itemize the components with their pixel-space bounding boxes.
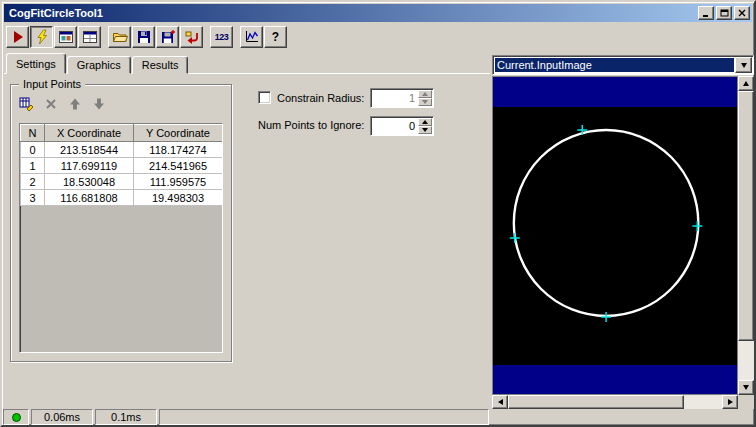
floppy-icon <box>136 29 152 45</box>
reset-button[interactable] <box>180 26 203 48</box>
chart-icon <box>244 29 260 45</box>
maximize-icon <box>720 9 729 17</box>
tab-results[interactable]: Results <box>132 56 189 74</box>
close-button[interactable] <box>734 6 750 20</box>
scroll-right-button[interactable] <box>722 395 738 409</box>
table-row[interactable]: 218.530048111.959575 <box>21 174 223 190</box>
table-cell[interactable]: 118.174274 <box>134 142 223 158</box>
save-button[interactable] <box>132 26 155 48</box>
column-header-x[interactable]: X Coordinate <box>45 125 134 142</box>
table-cell[interactable]: 213.518544 <box>45 142 134 158</box>
status-bar: 0.06ms 0.1ms <box>3 409 753 425</box>
title-buttons <box>698 6 750 20</box>
numbers-button[interactable]: 123 <box>210 26 233 48</box>
image-grid-icon <box>82 29 98 45</box>
tab-settings[interactable]: Settings <box>6 53 66 74</box>
red-return-arrow-icon <box>184 29 200 45</box>
table-cell[interactable]: 3 <box>21 190 45 206</box>
input-points-table-body: 0213.518544118.1742741117.699119214.5419… <box>21 142 223 206</box>
column-header-n[interactable]: N <box>21 125 45 142</box>
input-points-toolbar <box>17 95 109 113</box>
floppy-plus-icon <box>160 29 176 45</box>
vertical-scroll-thumb[interactable] <box>738 91 754 341</box>
spin-up-button[interactable] <box>418 90 432 98</box>
show-image-grid-button[interactable] <box>78 26 101 48</box>
image-display-area[interactable] <box>492 76 738 395</box>
table-cell[interactable]: 116.681808 <box>45 190 134 206</box>
lightning-icon <box>34 29 50 45</box>
input-image-display[interactable] <box>493 77 737 394</box>
image-horizontal-scrollbar[interactable] <box>492 395 738 409</box>
numbers-icon: 123 <box>215 32 229 42</box>
show-image-button[interactable] <box>54 26 77 48</box>
move-up-icon <box>68 97 82 111</box>
move-up-button[interactable] <box>65 95 85 113</box>
status-led-panel <box>3 409 29 425</box>
spin-up-button[interactable] <box>418 118 432 126</box>
chevron-down-icon <box>741 63 747 68</box>
spin-down-icon <box>422 100 428 104</box>
electric-run-button[interactable] <box>30 26 53 48</box>
constrain-radius-checkbox[interactable] <box>258 91 271 104</box>
arrow-left-icon <box>498 399 503 405</box>
toolbar: 123 ? <box>6 24 288 50</box>
table-cell[interactable]: 111.959575 <box>134 174 223 190</box>
image-select-dropdown-button[interactable] <box>735 57 752 73</box>
tab-graphics[interactable]: Graphics <box>67 56 131 74</box>
num-points-to-ignore-input[interactable] <box>372 118 417 134</box>
horizontal-scroll-thumb[interactable] <box>508 395 684 409</box>
tool-window: CogFitCircleTool1 <box>0 0 756 427</box>
image-select-value[interactable]: Current.InputImage <box>495 58 734 72</box>
scrollbar-corner <box>738 395 754 409</box>
spin-down-icon <box>422 128 428 132</box>
spin-up-icon <box>422 120 428 124</box>
open-button[interactable] <box>108 26 131 48</box>
delete-point-button[interactable] <box>41 95 61 113</box>
table-cell[interactable]: 19.498303 <box>134 190 223 206</box>
image-window-icon <box>58 29 74 45</box>
scroll-down-button[interactable] <box>738 380 754 395</box>
tab-strip: Settings Graphics Results <box>6 53 189 74</box>
constrain-radius-input[interactable] <box>372 90 417 106</box>
chart-button[interactable] <box>240 26 263 48</box>
constrain-radius-spinner <box>370 88 434 108</box>
spin-down-button[interactable] <box>418 98 432 106</box>
open-folder-icon <box>112 29 128 45</box>
help-icon: ? <box>272 30 279 44</box>
input-points-grid[interactable]: N X Coordinate Y Coordinate 0213.5185441… <box>19 123 223 353</box>
input-points-group-label: Input Points <box>19 78 85 90</box>
table-cell[interactable]: 117.699119 <box>45 158 134 174</box>
table-row[interactable]: 0213.518544118.174274 <box>21 142 223 158</box>
table-cell[interactable]: 0 <box>21 142 45 158</box>
maximize-button[interactable] <box>716 6 732 20</box>
run-button[interactable] <box>6 26 29 48</box>
status-led <box>12 413 21 422</box>
image-vertical-scrollbar[interactable] <box>738 76 754 395</box>
table-cell[interactable]: 18.530048 <box>45 174 134 190</box>
column-header-y[interactable]: Y Coordinate <box>134 125 223 142</box>
help-button[interactable]: ? <box>264 26 287 48</box>
title-bar[interactable]: CogFitCircleTool1 <box>4 4 752 22</box>
num-points-spin-buttons <box>418 118 432 134</box>
num-points-to-ignore-label: Num Points to Ignore: <box>258 119 364 131</box>
table-cell[interactable]: 2 <box>21 174 45 190</box>
scroll-up-button[interactable] <box>738 76 754 91</box>
add-point-button[interactable] <box>17 95 37 113</box>
input-points-table: N X Coordinate Y Coordinate 0213.5185441… <box>20 124 223 206</box>
status-time-1: 0.06ms <box>31 409 93 425</box>
num-points-to-ignore-spinner <box>370 116 434 136</box>
close-icon <box>738 9 746 17</box>
minimize-button[interactable] <box>698 6 714 20</box>
save-image-button[interactable] <box>156 26 179 48</box>
status-time-2: 0.1ms <box>95 409 157 425</box>
table-cell[interactable]: 1 <box>21 158 45 174</box>
table-header-row: N X Coordinate Y Coordinate <box>21 125 223 142</box>
spin-down-button[interactable] <box>418 126 432 134</box>
add-point-icon <box>19 96 35 112</box>
table-row[interactable]: 3116.68180819.498303 <box>21 190 223 206</box>
image-select-combo[interactable]: Current.InputImage <box>492 55 754 75</box>
scroll-left-button[interactable] <box>492 395 508 409</box>
table-cell[interactable]: 214.541965 <box>134 158 223 174</box>
table-row[interactable]: 1117.699119214.541965 <box>21 158 223 174</box>
move-down-button[interactable] <box>89 95 109 113</box>
